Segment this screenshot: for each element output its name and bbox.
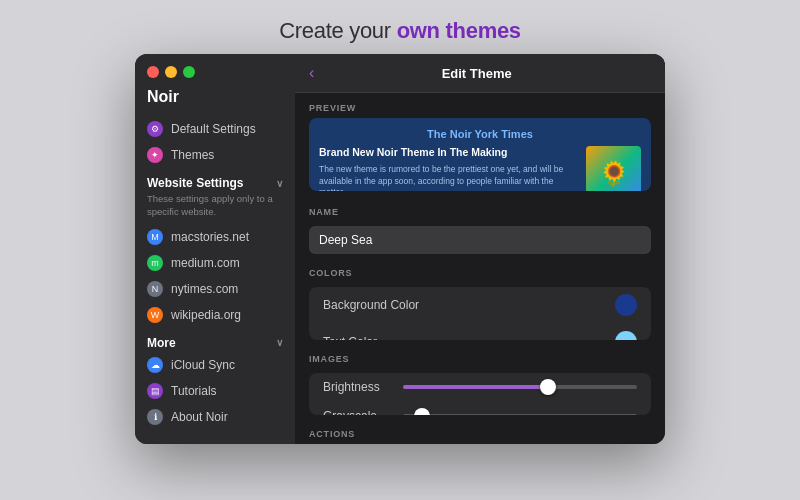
sidebar-item-themes[interactable]: ✦ Themes: [135, 142, 295, 168]
settings-icon: ⚙: [147, 121, 163, 137]
sidebar-item-icloud-sync[interactable]: ☁ iCloud Sync: [135, 352, 295, 378]
back-button[interactable]: ‹: [309, 64, 314, 82]
more-chevron-icon: ∨: [276, 337, 283, 348]
background-color-row: Background Color: [309, 287, 651, 324]
sidebar-item-macstories[interactable]: M macstories.net: [135, 224, 295, 250]
name-field-row: [295, 222, 665, 258]
panel-header: ‹ Edit Theme: [295, 54, 665, 93]
tutorials-icon: ▤: [147, 383, 163, 399]
nytimes-icon: N: [147, 281, 163, 297]
preview-body: The new theme is rumored to be the prett…: [319, 164, 578, 191]
colors-section-label: COLORS: [295, 258, 665, 283]
sidebar-item-label: Default Settings: [171, 122, 256, 136]
background-color-label: Background Color: [323, 298, 419, 312]
grayscale-row: Grayscale: [309, 402, 651, 415]
images-section-label: IMAGES: [295, 344, 665, 369]
grayscale-thumb[interactable]: [414, 408, 430, 415]
brightness-thumb[interactable]: [540, 379, 556, 395]
images-section: Brightness Grayscale: [309, 373, 651, 415]
grayscale-track[interactable]: [403, 414, 637, 415]
sidebar-item-label: nytimes.com: [171, 282, 238, 296]
preview-card: The Noir York Times Brand New Noir Theme…: [309, 118, 651, 191]
brightness-row: Brightness: [309, 373, 651, 402]
sidebar-item-about[interactable]: ℹ About Noir: [135, 404, 295, 430]
colors-section: Background Color Text Color: [309, 287, 651, 340]
app-window: Noir ⚙ Default Settings ✦ Themes Website…: [135, 54, 665, 444]
preview-section-label: PREVIEW: [295, 93, 665, 118]
brightness-label: Brightness: [323, 380, 393, 394]
background-color-swatch[interactable]: [615, 294, 637, 316]
app-title: Noir: [135, 88, 295, 116]
sidebar-item-label: Themes: [171, 148, 214, 162]
traffic-light-minimize[interactable]: [165, 66, 177, 78]
sidebar-item-label: iCloud Sync: [171, 358, 235, 372]
sidebar-item-label: medium.com: [171, 256, 240, 270]
wikipedia-icon: W: [147, 307, 163, 323]
preview-site-name: The Noir York Times: [319, 128, 641, 140]
sidebar-item-wikipedia[interactable]: W wikipedia.org: [135, 302, 295, 328]
preview-card-inner: Brand New Noir Theme In The Making The n…: [319, 146, 641, 191]
sidebar-item-label: Tutorials: [171, 384, 217, 398]
theme-name-input[interactable]: [309, 226, 651, 254]
traffic-light-close[interactable]: [147, 66, 159, 78]
name-section-label: NAME: [295, 197, 665, 222]
traffic-light-fullscreen[interactable]: [183, 66, 195, 78]
sidebar-item-nytimes[interactable]: N nytimes.com: [135, 276, 295, 302]
macstories-icon: M: [147, 229, 163, 245]
preview-text-area: Brand New Noir Theme In The Making The n…: [319, 146, 578, 191]
about-icon: ℹ: [147, 409, 163, 425]
main-panel: ‹ Edit Theme PREVIEW The Noir York Times…: [295, 54, 665, 444]
website-settings-desc: These settings apply only to a specific …: [135, 192, 295, 224]
text-color-label: Text Color: [323, 335, 377, 340]
sidebar-item-default-settings[interactable]: ⚙ Default Settings: [135, 116, 295, 142]
text-color-swatch[interactable]: [615, 331, 637, 340]
sidebar-item-label: wikipedia.org: [171, 308, 241, 322]
text-color-row: Text Color: [309, 324, 651, 340]
sidebar-item-label: About Noir: [171, 410, 228, 424]
preview-image: 🌻: [586, 146, 641, 191]
preview-headline: Brand New Noir Theme In The Making: [319, 146, 578, 160]
sidebar-item-medium[interactable]: m medium.com: [135, 250, 295, 276]
icloud-icon: ☁: [147, 357, 163, 373]
sidebar-item-tutorials[interactable]: ▤ Tutorials: [135, 378, 295, 404]
page-title: Create your own themes: [279, 18, 521, 44]
actions-label: ACTIONS: [295, 419, 665, 444]
traffic-lights: [135, 66, 295, 88]
brightness-track[interactable]: [403, 385, 637, 389]
page-title-normal: Create your: [279, 18, 396, 43]
chevron-down-icon: ∨: [276, 178, 283, 189]
page-title-bold: own themes: [397, 18, 521, 43]
themes-icon: ✦: [147, 147, 163, 163]
more-section-header: More ∨: [135, 328, 295, 352]
website-settings-header: Website Settings ∨: [135, 168, 295, 192]
grayscale-label: Grayscale: [323, 409, 393, 415]
medium-icon: m: [147, 255, 163, 271]
panel-title: Edit Theme: [322, 66, 631, 81]
sidebar-item-label: macstories.net: [171, 230, 249, 244]
sidebar: Noir ⚙ Default Settings ✦ Themes Website…: [135, 54, 295, 444]
